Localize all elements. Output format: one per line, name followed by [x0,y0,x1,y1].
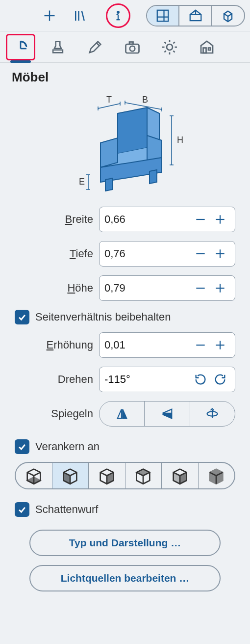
svg-marker-48 [100,138,118,167]
type-button[interactable]: Typ und Darstellung … [29,530,221,556]
rotate-label: Drehen [15,373,93,386]
minus-icon[interactable] [191,244,210,264]
raise-label: Erhöhung [15,339,93,351]
height-input[interactable] [104,282,191,295]
svg-text:T: T [106,95,112,105]
anchor-all-button[interactable] [199,463,235,488]
svg-marker-111 [180,472,186,483]
view-3d-button[interactable] [179,6,212,26]
svg-line-97 [100,472,106,476]
depth-input[interactable] [104,247,191,260]
view-2d-button[interactable] [147,6,179,26]
depth-stepper[interactable] [99,241,235,267]
rotate-field[interactable] [99,367,235,392]
anchor-right-button[interactable] [89,463,125,488]
aspect-checkbox[interactable] [15,310,29,324]
minus-icon[interactable] [191,210,210,229]
shadow-label: Schattenwurf [35,503,98,516]
height-stepper[interactable] [99,275,235,301]
tab-edit[interactable] [80,34,110,60]
svg-line-93 [70,472,76,476]
mirror-vertical-button[interactable] [145,402,190,426]
tab-home[interactable] [192,34,222,60]
mirror-group [99,401,235,427]
svg-text:H: H [177,135,183,145]
raise-input[interactable] [104,339,191,351]
svg-line-41 [174,42,175,43]
anchor-group [15,462,235,489]
tab-stamp[interactable] [43,34,73,60]
svg-marker-51 [105,178,113,191]
mirror-horizontal-button[interactable] [100,402,145,426]
plus-icon[interactable] [210,244,230,264]
svg-marker-45 [118,107,147,154]
rotate-input[interactable] [104,373,191,386]
anchor-back-button[interactable] [125,463,162,488]
width-input[interactable] [104,213,191,226]
mirror-label: Spiegeln [15,407,93,420]
svg-line-19 [228,14,232,16]
minus-icon[interactable] [191,278,210,298]
svg-rect-32 [129,42,133,44]
svg-rect-9 [157,10,169,21]
plus-icon[interactable] [210,278,230,298]
svg-marker-84 [163,414,172,418]
add-icon[interactable] [39,5,60,26]
anchor-front-button[interactable] [162,463,199,488]
furniture-diagram: T B H E [0,87,250,207]
svg-rect-44 [208,48,211,50]
view-iso-button[interactable] [212,6,244,26]
svg-rect-27 [53,50,63,53]
plus-icon[interactable] [210,335,230,355]
rotate-ccw-icon[interactable] [210,370,230,389]
depth-label: Tiefe [15,247,93,260]
svg-marker-28 [90,41,101,53]
width-label: Breite [15,213,93,226]
svg-marker-110 [173,472,179,483]
lights-button[interactable]: Lichtquellen bearbeiten … [29,565,221,591]
library-icon[interactable] [70,5,90,26]
mirror-3d-button[interactable] [190,402,235,426]
tab-measure[interactable] [6,34,35,60]
svg-marker-95 [64,472,70,483]
svg-line-87 [27,472,33,476]
svg-marker-105 [137,469,150,476]
svg-point-5 [117,11,119,13]
shadow-checkbox[interactable] [15,502,29,517]
rotate-cw-icon[interactable] [191,370,210,389]
svg-line-4 [82,11,84,21]
svg-text:E: E [79,177,85,187]
svg-line-18 [224,14,228,16]
svg-line-26 [25,45,26,45]
raise-stepper[interactable] [99,332,235,358]
svg-line-38 [165,42,166,43]
svg-marker-81 [117,409,121,419]
svg-line-25 [25,43,25,44]
svg-marker-52 [150,170,157,184]
aspect-label: Seitenverhältnis beibehalten [35,311,171,323]
width-stepper[interactable] [99,207,235,232]
svg-marker-90 [27,477,40,483]
svg-point-33 [167,44,173,50]
anchor-label: Verankern an [35,440,100,453]
svg-marker-82 [123,409,126,419]
height-label: Höhe [15,282,93,295]
panel-title: Möbel [0,63,250,87]
svg-rect-43 [203,48,206,53]
svg-marker-100 [107,472,113,483]
view-mode-group [146,5,245,27]
tab-sun[interactable] [155,34,184,60]
svg-line-88 [34,472,40,476]
anchor-bottom-button[interactable] [16,463,52,488]
info-icon[interactable] [106,3,130,28]
svg-line-40 [165,51,166,52]
svg-point-31 [130,46,135,51]
svg-text:B: B [142,95,148,105]
tab-camera[interactable] [118,34,147,60]
plus-icon[interactable] [210,210,230,229]
anchor-checkbox[interactable] [15,439,29,454]
anchor-left-button[interactable] [52,463,89,488]
svg-marker-83 [163,409,172,413]
minus-icon[interactable] [191,335,210,355]
svg-line-39 [174,51,175,52]
